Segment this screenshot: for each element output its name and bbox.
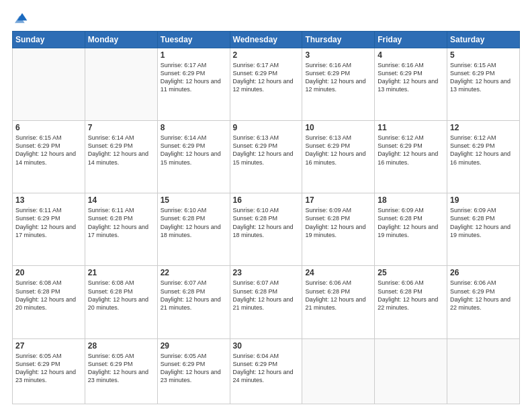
day-number: 8 — [161, 123, 227, 132]
day-info: Sunrise: 6:11 AM Sunset: 6:29 PM Dayligh… — [15, 206, 82, 239]
day-number: 12 — [450, 123, 517, 132]
day-info: Sunrise: 6:05 AM Sunset: 6:29 PM Dayligh… — [88, 352, 154, 385]
day-info: Sunrise: 6:09 AM Sunset: 6:28 PM Dayligh… — [378, 206, 444, 239]
day-cell: 24Sunrise: 6:06 AM Sunset: 6:28 PM Dayli… — [302, 266, 375, 338]
day-number: 23 — [233, 268, 300, 277]
day-info: Sunrise: 6:06 AM Sunset: 6:28 PM Dayligh… — [305, 279, 371, 312]
day-info: Sunrise: 6:05 AM Sunset: 6:29 PM Dayligh… — [161, 352, 227, 385]
day-info: Sunrise: 6:13 AM Sunset: 6:29 PM Dayligh… — [233, 134, 300, 167]
col-header-monday: Monday — [85, 32, 157, 48]
day-info: Sunrise: 6:06 AM Sunset: 6:29 PM Dayligh… — [450, 279, 517, 312]
day-number: 29 — [161, 341, 227, 351]
day-cell: 4Sunrise: 6:16 AM Sunset: 6:29 PM Daylig… — [375, 48, 447, 121]
day-number: 11 — [378, 123, 444, 132]
day-cell: 18Sunrise: 6:09 AM Sunset: 6:28 PM Dayli… — [375, 193, 447, 266]
day-cell: 5Sunrise: 6:15 AM Sunset: 6:29 PM Daylig… — [447, 48, 520, 121]
header — [12, 12, 520, 24]
day-cell: 13Sunrise: 6:11 AM Sunset: 6:29 PM Dayli… — [13, 193, 85, 266]
day-number: 3 — [305, 50, 371, 60]
logo-icon — [15, 9, 30, 24]
day-number: 1 — [161, 50, 227, 60]
day-cell: 28Sunrise: 6:05 AM Sunset: 6:29 PM Dayli… — [85, 338, 157, 404]
day-info: Sunrise: 6:12 AM Sunset: 6:29 PM Dayligh… — [378, 134, 444, 167]
day-info: Sunrise: 6:09 AM Sunset: 6:28 PM Dayligh… — [450, 206, 517, 239]
day-cell: 19Sunrise: 6:09 AM Sunset: 6:28 PM Dayli… — [447, 193, 520, 266]
day-cell: 26Sunrise: 6:06 AM Sunset: 6:29 PM Dayli… — [447, 266, 520, 338]
day-cell: 1Sunrise: 6:17 AM Sunset: 6:29 PM Daylig… — [157, 48, 230, 121]
day-cell: 23Sunrise: 6:07 AM Sunset: 6:28 PM Dayli… — [230, 266, 302, 338]
logo — [12, 12, 30, 24]
col-header-friday: Friday — [375, 32, 447, 48]
day-info: Sunrise: 6:14 AM Sunset: 6:29 PM Dayligh… — [161, 134, 227, 167]
week-row-3: 13Sunrise: 6:11 AM Sunset: 6:29 PM Dayli… — [13, 193, 520, 266]
day-cell — [85, 48, 157, 121]
day-cell — [375, 338, 447, 404]
day-number: 14 — [88, 195, 154, 205]
day-cell: 10Sunrise: 6:13 AM Sunset: 6:29 PM Dayli… — [302, 121, 375, 193]
day-number: 19 — [450, 195, 517, 205]
day-number: 5 — [450, 50, 517, 60]
week-row-5: 27Sunrise: 6:05 AM Sunset: 6:29 PM Dayli… — [13, 338, 520, 404]
day-info: Sunrise: 6:05 AM Sunset: 6:29 PM Dayligh… — [15, 352, 82, 385]
day-number: 17 — [305, 195, 371, 205]
day-cell: 9Sunrise: 6:13 AM Sunset: 6:29 PM Daylig… — [230, 121, 302, 193]
day-number: 4 — [378, 50, 444, 60]
day-number: 24 — [305, 268, 371, 277]
col-header-thursday: Thursday — [302, 32, 375, 48]
day-cell: 17Sunrise: 6:09 AM Sunset: 6:28 PM Dayli… — [302, 193, 375, 266]
day-number: 28 — [88, 341, 154, 351]
day-number: 25 — [378, 268, 444, 277]
day-cell: 12Sunrise: 6:12 AM Sunset: 6:29 PM Dayli… — [447, 121, 520, 193]
day-info: Sunrise: 6:14 AM Sunset: 6:29 PM Dayligh… — [88, 134, 154, 167]
day-number: 9 — [233, 123, 300, 132]
day-number: 21 — [88, 268, 154, 277]
day-info: Sunrise: 6:09 AM Sunset: 6:28 PM Dayligh… — [305, 206, 371, 239]
week-row-1: 1Sunrise: 6:17 AM Sunset: 6:29 PM Daylig… — [13, 48, 520, 121]
day-cell: 30Sunrise: 6:04 AM Sunset: 6:29 PM Dayli… — [230, 338, 302, 404]
day-info: Sunrise: 6:17 AM Sunset: 6:29 PM Dayligh… — [233, 61, 300, 94]
day-cell: 20Sunrise: 6:08 AM Sunset: 6:28 PM Dayli… — [13, 266, 85, 338]
day-number: 26 — [450, 268, 517, 277]
day-number: 30 — [233, 341, 300, 351]
day-number: 16 — [233, 195, 300, 205]
calendar-table: SundayMondayTuesdayWednesdayThursdayFrid… — [12, 31, 520, 404]
day-info: Sunrise: 6:07 AM Sunset: 6:28 PM Dayligh… — [161, 279, 227, 312]
day-cell: 21Sunrise: 6:08 AM Sunset: 6:28 PM Dayli… — [85, 266, 157, 338]
day-info: Sunrise: 6:04 AM Sunset: 6:29 PM Dayligh… — [233, 352, 300, 385]
week-row-4: 20Sunrise: 6:08 AM Sunset: 6:28 PM Dayli… — [13, 266, 520, 338]
day-info: Sunrise: 6:16 AM Sunset: 6:29 PM Dayligh… — [378, 61, 444, 94]
col-header-tuesday: Tuesday — [157, 32, 230, 48]
week-row-2: 6Sunrise: 6:15 AM Sunset: 6:29 PM Daylig… — [13, 121, 520, 193]
day-number: 22 — [161, 268, 227, 277]
day-cell — [447, 338, 520, 404]
day-info: Sunrise: 6:10 AM Sunset: 6:28 PM Dayligh… — [233, 206, 300, 239]
day-cell: 8Sunrise: 6:14 AM Sunset: 6:29 PM Daylig… — [157, 121, 230, 193]
day-info: Sunrise: 6:08 AM Sunset: 6:28 PM Dayligh… — [15, 279, 82, 312]
day-info: Sunrise: 6:10 AM Sunset: 6:28 PM Dayligh… — [161, 206, 227, 239]
day-info: Sunrise: 6:15 AM Sunset: 6:29 PM Dayligh… — [15, 134, 82, 167]
day-cell: 22Sunrise: 6:07 AM Sunset: 6:28 PM Dayli… — [157, 266, 230, 338]
day-cell: 16Sunrise: 6:10 AM Sunset: 6:28 PM Dayli… — [230, 193, 302, 266]
day-info: Sunrise: 6:06 AM Sunset: 6:28 PM Dayligh… — [378, 279, 444, 312]
day-info: Sunrise: 6:15 AM Sunset: 6:29 PM Dayligh… — [450, 61, 517, 94]
day-number: 13 — [15, 195, 82, 205]
day-cell — [13, 48, 85, 121]
col-header-saturday: Saturday — [447, 32, 520, 48]
day-cell: 7Sunrise: 6:14 AM Sunset: 6:29 PM Daylig… — [85, 121, 157, 193]
day-number: 20 — [15, 268, 82, 277]
day-number: 2 — [233, 50, 300, 60]
day-cell: 2Sunrise: 6:17 AM Sunset: 6:29 PM Daylig… — [230, 48, 302, 121]
day-info: Sunrise: 6:07 AM Sunset: 6:28 PM Dayligh… — [233, 279, 300, 312]
day-cell: 15Sunrise: 6:10 AM Sunset: 6:28 PM Dayli… — [157, 193, 230, 266]
day-number: 27 — [15, 341, 82, 351]
day-cell: 6Sunrise: 6:15 AM Sunset: 6:29 PM Daylig… — [13, 121, 85, 193]
day-cell: 27Sunrise: 6:05 AM Sunset: 6:29 PM Dayli… — [13, 338, 85, 404]
col-header-wednesday: Wednesday — [230, 32, 302, 48]
day-cell: 29Sunrise: 6:05 AM Sunset: 6:29 PM Dayli… — [157, 338, 230, 404]
col-header-sunday: Sunday — [13, 32, 85, 48]
day-number: 18 — [378, 195, 444, 205]
day-cell: 3Sunrise: 6:16 AM Sunset: 6:29 PM Daylig… — [302, 48, 375, 121]
day-number: 15 — [161, 195, 227, 205]
day-info: Sunrise: 6:13 AM Sunset: 6:29 PM Dayligh… — [305, 134, 371, 167]
day-number: 6 — [15, 123, 82, 132]
